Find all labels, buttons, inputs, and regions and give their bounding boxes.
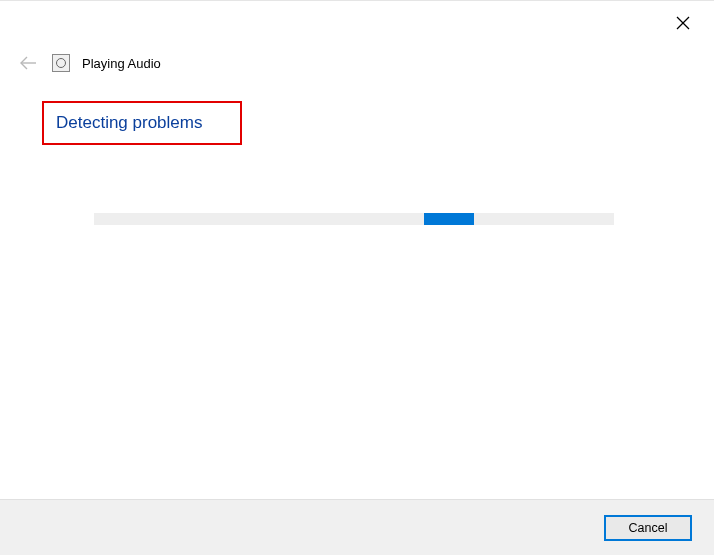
close-button[interactable] (676, 15, 692, 31)
header: Playing Audio (18, 53, 161, 73)
close-icon (676, 16, 690, 30)
progress-bar (94, 213, 614, 225)
troubleshooter-icon (52, 54, 70, 72)
progress-indicator (424, 213, 474, 225)
footer: Cancel (0, 499, 714, 555)
back-arrow-icon (19, 56, 37, 70)
back-button (18, 53, 38, 73)
page-title: Playing Audio (82, 56, 161, 71)
status-text: Detecting problems (56, 113, 202, 133)
cancel-button[interactable]: Cancel (604, 515, 692, 541)
status-highlight: Detecting problems (42, 101, 242, 145)
